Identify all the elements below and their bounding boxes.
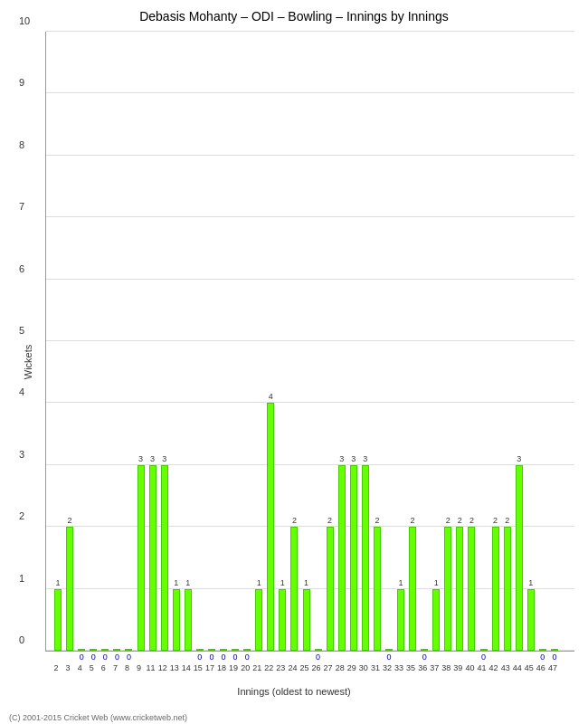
bar-value-label: 3 [136, 454, 147, 463]
grid-line [46, 92, 574, 93]
bar-value-label: 0 [384, 653, 394, 662]
chart-area: 0123456789101223040506070839311312113114… [45, 32, 574, 652]
bar [409, 527, 416, 651]
bar-value-label: 1 [171, 578, 182, 587]
bar-value-label: 2 [407, 516, 418, 525]
bar-value-label: 0 [218, 653, 229, 662]
bar [232, 649, 239, 651]
x-tick-label: 42 [488, 663, 499, 672]
x-tick-label: 14 [181, 663, 192, 672]
bar [444, 527, 451, 651]
bar [125, 649, 132, 651]
x-tick-label: 17 [204, 663, 215, 672]
bar-value-label: 3 [514, 454, 525, 463]
bar [527, 589, 535, 651]
bar [315, 649, 322, 651]
bar-value-label: 0 [194, 653, 205, 662]
bar [78, 649, 85, 651]
x-tick-label: 21 [251, 663, 262, 672]
grid-line [46, 340, 574, 341]
y-axis-title: Wickets [23, 345, 33, 380]
x-tick-label: 28 [335, 663, 346, 672]
y-tick-label: 2 [19, 510, 24, 521]
bar-value-label: 2 [64, 516, 75, 525]
bar-value-label: 0 [313, 653, 324, 662]
bar-value-label: 0 [242, 653, 252, 662]
x-tick-label: 44 [512, 663, 523, 672]
chart-container: Debasis Mohanty – ODI – Bowling – Inning… [0, 0, 588, 724]
x-tick-label: 2 [51, 663, 62, 672]
bar-value-label: 3 [147, 454, 158, 463]
bar-value-label: 2 [442, 516, 453, 525]
x-tick-label: 9 [134, 663, 145, 672]
bar-value-label: 0 [123, 653, 134, 662]
x-tick-label: 36 [417, 663, 428, 672]
bar-value-label: 0 [419, 653, 430, 662]
x-tick-label: 23 [275, 663, 286, 672]
x-tick-label: 4 [74, 663, 85, 672]
bar-value-label: 0 [537, 653, 548, 662]
bar [504, 527, 511, 651]
x-tick-label: 41 [477, 663, 488, 672]
x-tick-label: 33 [394, 663, 404, 672]
x-tick-label: 12 [157, 663, 168, 672]
x-tick-label: 7 [109, 663, 120, 672]
bar [267, 403, 274, 651]
bar-value-label: 0 [479, 653, 489, 662]
grid-line [46, 279, 574, 280]
x-tick-label: 46 [536, 663, 546, 672]
x-tick-label: 38 [441, 663, 451, 672]
bar-value-label: 0 [100, 653, 110, 662]
bar [516, 465, 523, 651]
x-tick-label: 3 [62, 663, 73, 672]
bar [456, 527, 463, 651]
bar-value-label: 0 [88, 653, 99, 662]
y-tick-label: 0 [19, 634, 24, 645]
y-tick-label: 8 [19, 139, 24, 150]
x-tick-label: 22 [263, 663, 274, 672]
y-tick-label: 1 [19, 573, 24, 584]
bar [480, 649, 488, 651]
bar-value-label: 1 [183, 578, 194, 587]
bar [149, 465, 156, 651]
bar [397, 589, 404, 651]
bar-value-label: 1 [277, 578, 288, 587]
x-tick-label: 8 [121, 663, 132, 672]
chart-title: Debasis Mohanty – ODI – Bowling – Inning… [0, 0, 588, 28]
x-tick-label: 43 [500, 663, 511, 672]
bar [385, 649, 393, 651]
x-tick-label: 5 [86, 663, 97, 672]
grid-line [46, 402, 574, 403]
bar [196, 649, 204, 651]
bar-value-label: 4 [265, 392, 276, 401]
x-tick-label: 31 [370, 663, 381, 672]
bar-value-label: 3 [337, 454, 347, 463]
bar [551, 649, 558, 651]
y-tick-label: 4 [19, 386, 24, 397]
x-tick-label: 39 [452, 663, 463, 672]
x-tick-label: 30 [358, 663, 369, 672]
bar [90, 649, 97, 651]
bar-value-label: 0 [76, 653, 87, 662]
bar [421, 649, 428, 651]
bar-value-label: 3 [159, 454, 170, 463]
y-tick-label: 3 [19, 449, 24, 460]
bar-value-label: 1 [431, 578, 441, 587]
bar-value-label: 1 [253, 578, 264, 587]
bar [303, 589, 310, 651]
bar [432, 589, 440, 651]
x-tick-label: 26 [311, 663, 322, 672]
bar [243, 649, 251, 651]
bar-value-label: 2 [372, 516, 383, 525]
bar [138, 465, 145, 651]
bar [173, 589, 180, 651]
x-tick-label: 18 [216, 663, 227, 672]
y-tick-label: 7 [19, 201, 24, 212]
x-tick-label: 35 [405, 663, 416, 672]
bar-value-label: 3 [348, 454, 359, 463]
x-tick-label: 24 [287, 663, 298, 672]
bar [279, 589, 286, 651]
bar-value-label: 0 [111, 653, 122, 662]
bar [208, 649, 215, 651]
bar [113, 649, 120, 651]
